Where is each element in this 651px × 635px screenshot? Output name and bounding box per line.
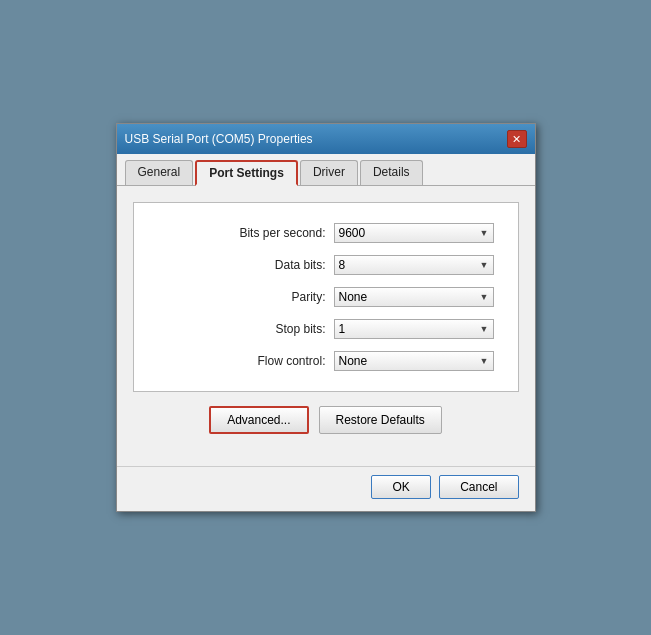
dialog-footer: OK Cancel bbox=[117, 466, 535, 511]
data-bits-select[interactable]: 8 567 bbox=[334, 255, 494, 275]
tab-driver[interactable]: Driver bbox=[300, 160, 358, 185]
stop-bits-select[interactable]: 1 1.52 bbox=[334, 319, 494, 339]
flow-control-select[interactable]: None Xon / XoffHardware bbox=[334, 351, 494, 371]
bits-per-second-label: Bits per second: bbox=[216, 226, 326, 240]
flow-control-label: Flow control: bbox=[216, 354, 326, 368]
data-bits-wrapper: 8 567 bbox=[334, 255, 494, 275]
bits-per-second-select[interactable]: 9600 1103006001200 240048001440019200 38… bbox=[334, 223, 494, 243]
stop-bits-label: Stop bits: bbox=[216, 322, 326, 336]
window-title: USB Serial Port (COM5) Properties bbox=[125, 132, 313, 146]
parity-row: Parity: None OddEvenMarkSpace bbox=[158, 287, 494, 307]
advanced-button[interactable]: Advanced... bbox=[209, 406, 308, 434]
parity-wrapper: None OddEvenMarkSpace bbox=[334, 287, 494, 307]
dialog-window: USB Serial Port (COM5) Properties ✕ Gene… bbox=[116, 123, 536, 512]
cancel-button[interactable]: Cancel bbox=[439, 475, 518, 499]
flow-control-wrapper: None Xon / XoffHardware bbox=[334, 351, 494, 371]
parity-select[interactable]: None OddEvenMarkSpace bbox=[334, 287, 494, 307]
data-bits-label: Data bits: bbox=[216, 258, 326, 272]
bits-per-second-row: Bits per second: 9600 1103006001200 2400… bbox=[158, 223, 494, 243]
action-buttons: Advanced... Restore Defaults bbox=[133, 406, 519, 434]
flow-control-row: Flow control: None Xon / XoffHardware bbox=[158, 351, 494, 371]
tab-general[interactable]: General bbox=[125, 160, 194, 185]
stop-bits-row: Stop bits: 1 1.52 bbox=[158, 319, 494, 339]
tab-details[interactable]: Details bbox=[360, 160, 423, 185]
parity-label: Parity: bbox=[216, 290, 326, 304]
tab-port-settings[interactable]: Port Settings bbox=[195, 160, 298, 186]
bits-per-second-wrapper: 9600 1103006001200 240048001440019200 38… bbox=[334, 223, 494, 243]
title-bar: USB Serial Port (COM5) Properties ✕ bbox=[117, 124, 535, 154]
restore-defaults-button[interactable]: Restore Defaults bbox=[319, 406, 442, 434]
close-button[interactable]: ✕ bbox=[507, 130, 527, 148]
ok-button[interactable]: OK bbox=[371, 475, 431, 499]
tab-bar: General Port Settings Driver Details bbox=[117, 154, 535, 186]
tab-content: Bits per second: 9600 1103006001200 2400… bbox=[117, 186, 535, 466]
stop-bits-wrapper: 1 1.52 bbox=[334, 319, 494, 339]
data-bits-row: Data bits: 8 567 bbox=[158, 255, 494, 275]
settings-panel: Bits per second: 9600 1103006001200 2400… bbox=[133, 202, 519, 392]
